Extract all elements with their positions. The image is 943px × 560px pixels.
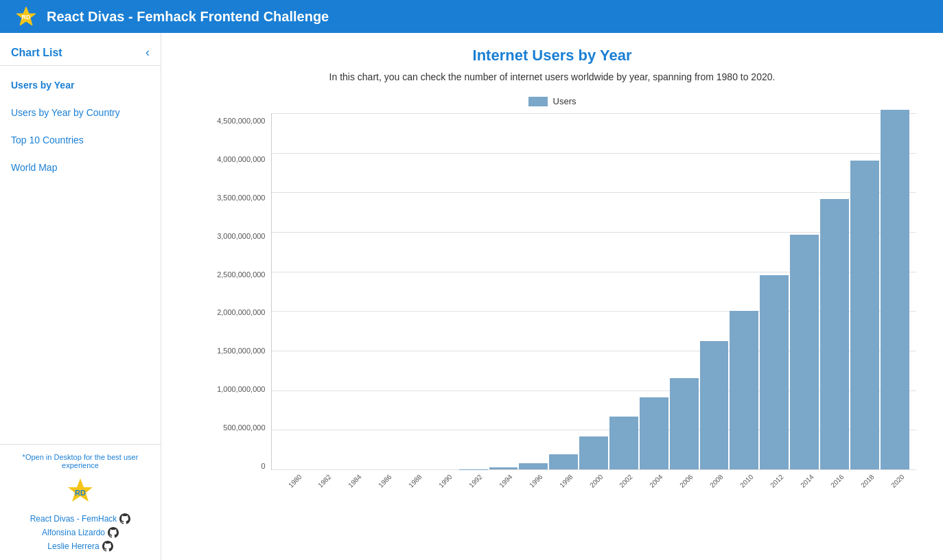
legend-label: Users [553,96,577,106]
x-axis-label: 1998 [553,468,587,502]
x-axis-label: 1988 [402,468,436,502]
bar[interactable] [579,436,608,469]
bars-wrapper [272,113,916,469]
x-axis-label: 2012 [764,468,798,502]
sidebar-footer: *Open in Desktop for the best user exper… [0,444,161,560]
chart-area: 4,500,000,000 4,000,000,000 3,500,000,00… [189,113,916,498]
chart-subtitle: In this chart, you can check the number … [329,71,776,82]
footer-links: React Divas - FemHack Alfonsina Lizardo … [7,513,154,552]
chart-legend: Users [189,96,916,106]
bar[interactable] [640,397,668,469]
footer-link-alfonsina[interactable]: Alfonsina Lizardo [42,527,119,538]
y-label-4500: 4,500,000,000 [217,117,265,125]
x-axis-label: 2010 [734,468,767,502]
sidebar-nav: Users by Year Users by Year by Country T… [0,66,161,444]
sidebar-title: Chart List [11,47,62,59]
bar[interactable] [820,199,849,469]
y-label-2500: 2,500,000,000 [217,270,265,279]
bar[interactable] [881,110,909,469]
y-label-2000: 2,000,000,000 [217,308,265,316]
y-label-3000: 3,000,000,000 [217,232,265,240]
sidebar-item-users-by-year-by-country[interactable]: Users by Year by Country [0,99,161,126]
bar[interactable] [700,341,729,469]
sidebar: Chart List ‹ Users by Year Users by Year… [0,33,161,560]
bar[interactable] [670,378,699,469]
x-axis-label: 2000 [583,468,617,502]
app-header: RD React Divas - Femhack Frontend Challe… [0,0,943,33]
footer-logo: RD [7,476,154,506]
github-icon [119,513,130,524]
bar[interactable] [790,235,819,469]
header-title: React Divas - Femhack Frontend Challenge [47,9,329,25]
x-axis-label: 2002 [614,468,647,502]
x-axis-label: 1984 [342,468,375,502]
svg-text:RD: RD [22,14,31,21]
chart-container: Users 4,500,000,000 4,000,000,000 3,500,… [189,96,916,498]
sidebar-item-world-map[interactable]: World Map [0,154,161,181]
bar[interactable] [850,161,879,469]
x-axis: 1980198219841986198819901992199419961998… [271,470,916,498]
footer-note: *Open in Desktop for the best user exper… [7,453,154,469]
main-layout: Chart List ‹ Users by Year Users by Year… [0,33,943,560]
x-axis-label: 1982 [312,468,346,502]
sidebar-header: Chart List ‹ [0,40,161,66]
y-label-1500: 1,500,000,000 [217,347,265,355]
github-icon-3 [102,541,113,552]
y-axis: 4,500,000,000 4,000,000,000 3,500,000,00… [189,113,271,498]
bar[interactable] [760,275,789,469]
x-labels: 1980198219841986198819901992199419961998… [271,473,916,498]
x-axis-label: 1996 [523,468,557,502]
y-label-3500: 3,500,000,000 [217,194,265,202]
y-label-4000: 4,000,000,000 [217,155,265,163]
x-axis-label: 2018 [854,468,888,502]
sidebar-item-top-10-countries[interactable]: Top 10 Countries [0,126,161,154]
legend-color-box [528,97,548,106]
x-axis-label: 1990 [432,468,466,502]
x-axis-label: 1986 [372,468,406,502]
y-label-500: 500,000,000 [223,423,265,432]
y-label-1000: 1,000,000,000 [217,385,265,393]
bar[interactable] [730,311,758,469]
x-axis-label: 2006 [673,468,707,502]
bars-grid [271,113,916,470]
main-content: Internet Users by Year In this chart, yo… [161,33,943,560]
bar[interactable] [549,454,578,469]
app-logo: RD [14,4,38,29]
x-axis-label: 1992 [463,468,496,502]
footer-link-react-divas[interactable]: React Divas - FemHack [30,513,131,524]
x-axis-label: 2008 [703,468,737,502]
y-label-0: 0 [261,462,265,470]
x-axis-label: 2020 [885,468,918,502]
chart-inner: 1980198219841986198819901992199419961998… [271,113,916,498]
x-axis-label: 1980 [282,468,316,502]
x-axis-label: 2016 [824,468,858,502]
x-axis-label: 2014 [794,468,828,502]
sidebar-collapse-button[interactable]: ‹ [145,45,150,60]
sidebar-item-users-by-year[interactable]: Users by Year [0,71,161,99]
footer-link-leslie[interactable]: Leslie Herrera [47,541,113,552]
svg-text:RD: RD [75,489,86,497]
grid-line [272,469,916,470]
x-axis-label: 2004 [644,468,677,502]
github-icon-2 [108,527,119,538]
x-axis-label: 1994 [493,468,526,502]
chart-title: Internet Users by Year [473,47,632,65]
bar[interactable] [609,417,638,469]
